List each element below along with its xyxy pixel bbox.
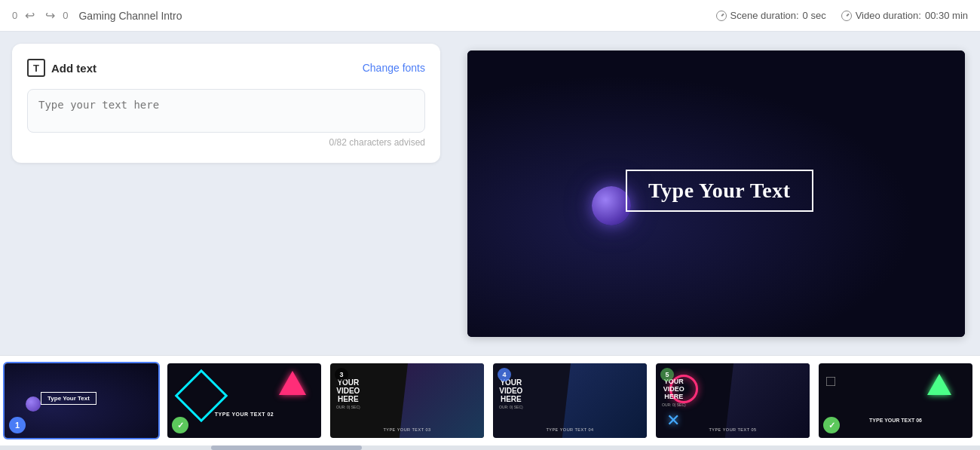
thumb-2: TYPE YOUR TEXT 02 ✓ [167,363,321,438]
video-duration-value: 00:30 min [925,10,968,21]
change-fonts-button[interactable]: Change fonts [363,62,425,74]
scene-clock-icon [716,11,727,21]
undo-count: 0 [12,10,17,21]
video-clock-icon [841,11,852,21]
thumb-4-bottom: TYPE YOUR TEXT 04 [493,427,647,432]
scrollbar-thumb[interactable] [211,445,362,450]
thumb-badge-4: 4 [498,368,511,381]
project-title: Gaming Channel Intro [78,10,182,22]
scene-duration-label: Scene duration: [730,10,799,21]
topbar-right: Scene duration: 0 sec Video duration: 00… [716,10,968,21]
thumb-6: □ TYPE YOUR TEXT 06 ✓ [819,363,972,438]
scene-duration: Scene duration: 0 sec [716,10,826,21]
thumb-5-vid-text: YOURVIDEOHERE [662,378,686,401]
thumb-badge-check-6: ✓ [823,417,840,433]
add-text-label: Add text [51,62,96,75]
preview-text-box[interactable]: Type Your Text [626,170,813,212]
thumb-3-overlay: YOURVIDEOHERE OUR: 0) SEC) [336,378,360,409]
add-text-card: T Add text Change fonts 0/82 characters … [12,44,440,163]
timeline-item-4[interactable]: YOURVIDEOHERE OUR: 0) SEC) TYPE YOUR TEX… [492,362,648,439]
thumb-5-bottom: TYPE YOUR TEXT 05 [656,427,810,432]
main-content: T Add text Change fonts 0/82 characters … [0,32,980,355]
panel-header: T Add text Change fonts [27,59,425,77]
panel-title: T Add text [27,59,96,77]
preview-canvas: Type Your Text [467,51,965,337]
thumb-5: ✕ YOURVIDEOHERE OUR: 0) SEC) TYPE YOUR T… [656,363,810,438]
thumb-6-text: TYPE YOUR TEXT 06 [869,418,922,423]
thumb-badge-1: 1 [9,417,26,433]
scrollbar-area [0,445,980,450]
neon-triangle-outline [927,374,951,395]
scene-duration-value: 0 sec [803,10,826,21]
undo-button[interactable]: ↩ [22,7,38,24]
timeline-item-1[interactable]: Type Your Text 1 [3,362,160,439]
thumb-4-overlay: YOURVIDEOHERE OUR: 0) SEC) [499,378,523,409]
thumb-badge-3: 3 [335,368,348,381]
timeline-item-5[interactable]: ✕ YOURVIDEOHERE OUR: 0) SEC) TYPE YOUR T… [654,362,811,439]
timeline-item-6[interactable]: □ TYPE YOUR TEXT 06 ✓ [817,362,974,439]
thumb-4-sub-text: OUR: 0) SEC) [499,405,523,409]
thumb-4-vid-text: YOURVIDEOHERE [499,378,523,403]
timeline-item-2[interactable]: TYPE YOUR TEXT 02 ✓ [166,362,323,439]
neon-triangle-shape [279,371,306,395]
timeline-item-3[interactable]: YOURVIDEOHERE OUR: 0) SEC) TYPE YOUR TEX… [329,362,485,439]
thumb-4: YOURVIDEOHERE OUR: 0) SEC) TYPE YOUR TEX… [493,363,647,438]
thumb-vid-text: YOURVIDEOHERE [336,378,360,403]
thumb-badge-5: 5 [660,368,674,381]
thumb-3: YOURVIDEOHERE OUR: 0) SEC) TYPE YOUR TEX… [330,363,484,438]
timeline: Type Your Text 1 TYPE YOUR TEXT 02 ✓ YOU… [0,355,980,445]
right-panel: Type Your Text [452,32,980,355]
video-duration: Video duration: 00:30 min [841,10,968,21]
thumb-badge-check-2: ✓ [172,417,188,433]
topbar: 0 ↩ ↪ 0 Gaming Channel Intro Scene durat… [0,0,980,32]
topbar-left: 0 ↩ ↪ 0 Gaming Channel Intro [12,7,710,24]
preview-text-label: Type Your Text [648,179,791,203]
thumb-2-text: TYPE YOUR TEXT 02 [215,412,274,417]
thumb-6-shapes: □ [826,372,835,390]
redo-button[interactable]: ↪ [42,7,58,24]
thumb-text: Type Your Text [41,392,96,405]
left-panel: T Add text Change fonts 0/82 characters … [0,32,452,355]
char-count: 0/82 characters advised [27,137,425,148]
thumb-5-sub-text: OUR: 0) SEC) [662,403,686,407]
text-format-icon: T [27,59,45,77]
text-input[interactable] [27,89,425,133]
redo-count: 0 [63,10,68,21]
thumb-1: Type Your Text 1 [5,363,158,438]
thumb-sub-text: OUR: 0) SEC) [336,405,360,409]
thumb-orb [26,396,41,412]
neon-shapes-icons: □ [826,372,835,389]
thumb-3-bottom: TYPE YOUR TEXT 03 [330,427,484,432]
video-duration-label: Video duration: [856,10,921,21]
thumb-5-overlay: YOURVIDEOHERE OUR: 0) SEC) [662,378,686,407]
